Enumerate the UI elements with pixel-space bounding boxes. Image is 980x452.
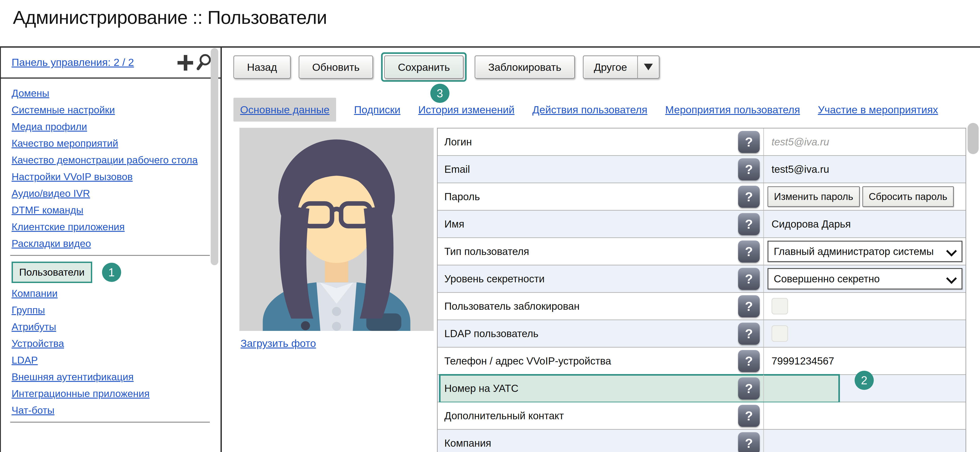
sidebar-item-event-quality[interactable]: Качество мероприятий [11,137,205,150]
form-row-pbx-number: Номер на УАТС ? [438,375,966,402]
control-panel-link[interactable]: Панель управления: 2 / 2 [11,56,134,68]
sidebar-item-integration-apps[interactable]: Интеграционные приложения [11,388,205,399]
sidebar-item-chat-bots[interactable]: Чат-боты [11,404,205,416]
refresh-button[interactable]: Обновить [299,56,373,79]
toolbar: Назад Обновить Сохранить Заблокировать Д… [234,53,660,81]
secrecy-level-select[interactable]: Совершенно секретно [767,268,963,290]
tab-change-history[interactable]: История изменений [418,103,514,116]
email-value[interactable]: test5@iva.ru [763,156,966,183]
sidebar-item-av-ivr[interactable]: Аудио/видео IVR [11,188,205,199]
sidebar-item-client-apps[interactable]: Клиентские приложения [11,221,205,233]
sidebar-item-system-settings[interactable]: Системные настройки [11,104,205,116]
field-label: Дополнительный контакт [438,410,738,422]
search-icon[interactable] [195,53,213,71]
ldap-user-checkbox[interactable] [772,325,788,342]
help-icon[interactable]: ? [738,213,760,235]
tab-main-data-label[interactable]: Основные данные [240,104,329,116]
name-value[interactable]: Сидорова Дарья [763,211,966,237]
tab-user-events[interactable]: Мероприятия пользователя [665,103,800,116]
company-value[interactable] [763,430,966,452]
field-label: LDAP пользователь [438,328,738,339]
sidebar-divider [10,255,210,256]
sidebar-item-screenshare-quality[interactable]: Качество демонстрации рабочего стола [11,154,205,166]
form-row-password: Пароль ? Изменить пароль Сбросить пароль [438,183,966,211]
field-label: Пароль [438,191,738,203]
sidebar-active-row: Пользователи 1 [11,262,210,283]
chevron-down-icon [946,246,957,256]
sidebar-item-attributes[interactable]: Атрибуты [11,321,205,333]
help-icon[interactable]: ? [738,240,760,263]
field-label: Уровень секретности [438,273,738,285]
additional-contact-value[interactable] [763,402,966,429]
page-title: Администрирование :: Пользователи [13,7,327,28]
tab-user-actions[interactable]: Действия пользователя [532,103,648,116]
tab-event-participation[interactable]: Участие в мероприятиях [818,103,938,116]
other-split-button[interactable]: Другое [583,56,660,79]
help-icon[interactable]: ? [738,323,760,345]
phone-value[interactable]: 79991234567 [763,348,966,374]
form-row-ldap-user: LDAP пользователь ? [438,320,966,348]
form-row-user-blocked: Пользователь заблокирован ? [438,293,966,320]
add-icon[interactable] [177,54,194,72]
help-icon[interactable]: ? [738,377,760,399]
sidebar-item-vvoip-settings[interactable]: Настройки VVoIP вызовов [11,171,205,183]
form-row-name: Имя ? Сидорова Дарья [438,211,966,238]
secrecy-level-selected: Совершенно секретно [774,273,880,285]
panel-top-border [0,46,980,48]
reset-password-button[interactable]: Сбросить пароль [862,186,954,207]
sidebar-item-ldap[interactable]: LDAP [11,354,205,366]
callout-badge-1: 1 [102,263,121,282]
help-icon[interactable]: ? [738,158,760,180]
sidebar-item-users-active[interactable]: Пользователи [11,262,92,283]
other-dropdown-toggle[interactable] [637,56,659,78]
form-row-phone: Телефон / адрес VVoIP-устройства ? 79991… [438,348,966,375]
form-row-company: Компания ? [438,430,966,452]
sidebar-item-groups[interactable]: Группы [11,304,205,316]
block-button[interactable]: Заблокировать [475,56,575,79]
back-button[interactable]: Назад [234,56,291,79]
save-button-highlight: Сохранить [381,53,467,82]
sidebar-left-border [0,46,1,452]
user-form-table: Логин ? test5@iva.ru Email ? test5@iva.r… [437,128,966,452]
sidebar-item-dtmf[interactable]: DTMF команды [11,204,205,216]
sidebar-item-media-profiles[interactable]: Медиа профили [11,121,205,133]
change-password-button[interactable]: Изменить пароль [767,186,860,207]
save-button[interactable]: Сохранить [384,56,463,79]
main-scrollbar-thumb[interactable] [967,123,978,154]
sidebar-scrollbar-thumb[interactable] [211,48,218,265]
other-button-label[interactable]: Другое [584,56,637,78]
upload-photo-link[interactable]: Загрузить фото [240,337,316,349]
sidebar-item-video-layouts[interactable]: Раскладки видео [11,237,205,250]
sidebar-header-divider [0,78,221,79]
help-icon[interactable]: ? [738,186,760,208]
callout-badge-2: 2 [854,371,874,390]
user-avatar [239,128,434,331]
help-icon[interactable]: ? [738,432,760,452]
sidebar-item-devices[interactable]: Устройства [11,337,205,350]
login-value[interactable]: test5@iva.ru [772,136,829,148]
help-icon[interactable]: ? [738,295,760,317]
tab-subscriptions[interactable]: Подписки [354,103,400,116]
field-label: Пользователь заблокирован [438,300,738,312]
sidebar: Домены Системные настройки Медиа профили… [11,87,210,428]
user-type-select[interactable]: Главный администратор системы [767,241,963,262]
sidebar-item-external-auth[interactable]: Внешняя аутентификация [11,371,205,383]
form-row-login: Логин ? test5@iva.ru [438,129,966,156]
user-blocked-checkbox[interactable] [772,298,788,314]
tab-main-data-active[interactable]: Основные данные [234,98,336,122]
form-row-user-type: Тип пользователя ? Главный администратор… [438,238,966,266]
admin-users-page: Администрирование :: Пользователи Панель… [0,0,980,452]
help-icon[interactable]: ? [738,405,760,427]
help-icon[interactable]: ? [738,350,760,372]
sidebar-right-border [221,46,222,452]
field-label: Имя [438,218,738,230]
help-icon[interactable]: ? [738,131,760,153]
field-label: Логин [438,136,738,148]
sidebar-item-domains[interactable]: Домены [11,87,205,99]
sidebar-item-companies[interactable]: Компании [11,288,205,299]
help-icon[interactable]: ? [738,268,760,290]
tab-bar: Основные данные Подписки История изменен… [234,97,938,123]
form-row-additional-contact: Дополнительный контакт ? [438,402,966,430]
chevron-down-icon [644,64,653,70]
field-label: Тип пользователя [438,245,738,258]
